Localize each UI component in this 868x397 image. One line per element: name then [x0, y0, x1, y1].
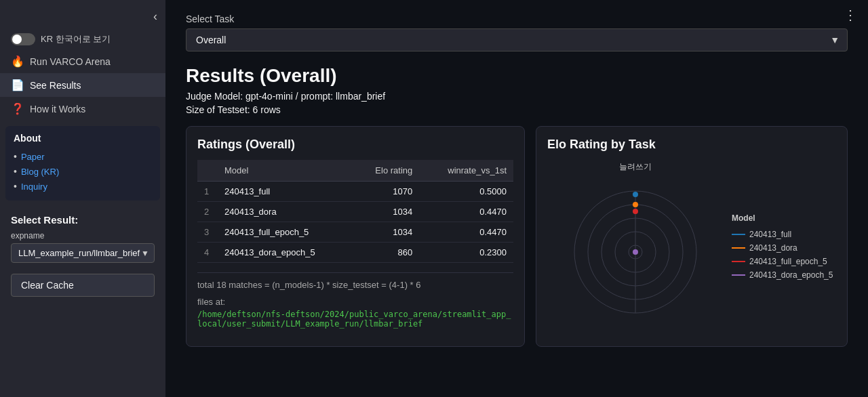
charts-row: Ratings (Overall) Model Elo rating winra… — [186, 126, 848, 347]
language-toggle-row: KR 한국어로 보기 — [0, 29, 165, 49]
cell-elo: 1034 — [353, 202, 419, 222]
radar-card-title: Elo Rating by Task — [547, 138, 836, 152]
legend-label-2: 240413_full_epoch_5 — [749, 257, 827, 266]
legend-color-3 — [732, 274, 745, 276]
select-result-section: Select Result: expname LLM_example_run/l… — [0, 206, 165, 268]
cell-winrate: 0.5000 — [419, 182, 513, 202]
total-matches-text: total 18 matches = (n_models-1) * size_t… — [197, 272, 513, 290]
cell-model: 240413_full_epoch_5 — [218, 222, 353, 243]
expname-label: expname — [11, 231, 155, 241]
col-rank — [197, 160, 218, 182]
cell-model: 240413_full — [218, 182, 353, 202]
legend-item-1: 240413_dora — [732, 243, 833, 253]
axis-label: 늘려쓰기 — [619, 162, 652, 171]
radar-point-dora — [633, 202, 638, 207]
about-title: About — [14, 133, 152, 144]
cell-winrate: 0.4470 — [419, 202, 513, 222]
files-at-label: files at: — [197, 297, 513, 307]
run-varco-label: Run VARCO Arena — [30, 56, 111, 67]
legend-label-3: 240413_dora_epoch_5 — [749, 270, 833, 280]
cell-rank: 1 — [197, 182, 218, 202]
radar-point-full-epoch5 — [633, 209, 638, 214]
cell-rank: 4 — [197, 243, 218, 263]
cell-rank: 2 — [197, 202, 218, 222]
table-header-row: Model Elo rating winrate_vs_1st — [197, 160, 513, 182]
select-result-label: Select Result: — [11, 214, 155, 226]
expname-dropdown[interactable]: LLM_example_run/llmbar_brief — [11, 243, 155, 263]
sidebar: ‹ KR 한국어로 보기 🔥 Run VARCO Arena 📄 See Res… — [0, 0, 165, 397]
radar-point-full — [633, 192, 638, 197]
radar-container: 늘려쓰기 — [547, 157, 836, 335]
legend-color-0 — [732, 234, 745, 235]
radar-legend: Model 240413_full 240413_dora 240413_ful… — [732, 213, 833, 280]
results-title: Results (Overall) — [186, 65, 848, 87]
legend-color-2 — [732, 261, 745, 262]
expname-dropdown-wrapper: LLM_example_run/llmbar_brief ▼ — [11, 243, 155, 263]
judge-model-text: Judge Model: gpt-4o-mini / prompt: llmba… — [186, 91, 848, 102]
see-results-label: See Results — [30, 80, 81, 91]
collapse-icon: ‹ — [153, 9, 157, 24]
ratings-table: Model Elo rating winrate_vs_1st 1 240413… — [197, 160, 513, 263]
paper-link[interactable]: Paper — [21, 152, 45, 162]
legend-color-1 — [732, 247, 745, 249]
cell-winrate: 0.4470 — [419, 222, 513, 243]
table-row: 3 240413_full_epoch_5 1034 0.4470 — [197, 222, 513, 243]
sidebar-item-run-varco[interactable]: 🔥 Run VARCO Arena — [0, 49, 165, 73]
main-content: ⋮ Select Task Overall ▼ Results (Overall… — [165, 0, 868, 397]
col-winrate: winrate_vs_1st — [419, 160, 513, 182]
sidebar-item-see-results[interactable]: 📄 See Results — [0, 73, 165, 97]
document-icon: 📄 — [11, 79, 24, 91]
inquiry-link[interactable]: Inquiry — [21, 182, 47, 192]
language-toggle-label: KR 한국어로 보기 — [41, 33, 111, 45]
radar-point-dora-epoch5 — [633, 249, 638, 255]
about-section: About Paper Blog (KR) Inquiry — [5, 126, 160, 201]
legend-label-0: 240413_full — [749, 230, 791, 239]
ratings-card-title: Ratings (Overall) — [197, 138, 513, 152]
about-link-inquiry[interactable]: Inquiry — [14, 179, 152, 194]
about-link-blog[interactable]: Blog (KR) — [14, 164, 152, 179]
clear-cache-button[interactable]: Clear Cache — [11, 274, 155, 297]
cell-winrate: 0.2300 — [419, 243, 513, 263]
legend-item-3: 240413_dora_epoch_5 — [732, 270, 833, 280]
cell-rank: 3 — [197, 222, 218, 243]
blog-link[interactable]: Blog (KR) — [21, 167, 59, 177]
how-it-works-label: How it Works — [30, 104, 85, 114]
cell-model: 240413_dora — [218, 202, 353, 222]
sidebar-collapse-button[interactable]: ‹ — [0, 7, 165, 29]
radar-svg-wrapper: 늘려쓰기 — [547, 157, 724, 335]
sidebar-item-how-it-works[interactable]: ❓ How it Works — [0, 97, 165, 121]
language-toggle[interactable] — [11, 33, 35, 45]
cell-elo: 860 — [353, 243, 419, 263]
ratings-table-body: 1 240413_full 1070 0.5000 2 240413_dora … — [197, 182, 513, 263]
ratings-card: Ratings (Overall) Model Elo rating winra… — [186, 126, 525, 347]
fire-icon: 🔥 — [11, 55, 24, 68]
file-path: /home/deftson/nfs-deftson/2024/public_va… — [197, 310, 513, 329]
cell-model: 240413_dora_epoch_5 — [218, 243, 353, 263]
cell-elo: 1070 — [353, 182, 419, 202]
radar-chart: 늘려쓰기 — [547, 157, 724, 333]
task-select[interactable]: Overall — [186, 28, 848, 51]
col-elo: Elo rating — [353, 160, 419, 182]
table-row: 1 240413_full 1070 0.5000 — [197, 182, 513, 202]
table-row: 4 240413_dora_epoch_5 860 0.2300 — [197, 243, 513, 263]
table-row: 2 240413_dora 1034 0.4470 — [197, 202, 513, 222]
legend-title: Model — [732, 213, 833, 223]
radar-card: Elo Rating by Task 늘려쓰기 — [536, 126, 848, 347]
col-model: Model — [218, 160, 353, 182]
task-dropdown-wrapper: Overall ▼ — [186, 28, 848, 51]
question-icon: ❓ — [11, 102, 24, 115]
legend-label-1: 240413_dora — [749, 243, 797, 253]
legend-item-0: 240413_full — [732, 230, 833, 239]
testset-text: Size of Testset: 6 rows — [186, 104, 848, 115]
about-link-paper[interactable]: Paper — [14, 149, 152, 164]
select-task-label: Select Task — [186, 14, 848, 24]
cell-elo: 1034 — [353, 222, 419, 243]
three-dots-menu[interactable]: ⋮ — [844, 7, 857, 23]
legend-item-2: 240413_full_epoch_5 — [732, 257, 833, 266]
